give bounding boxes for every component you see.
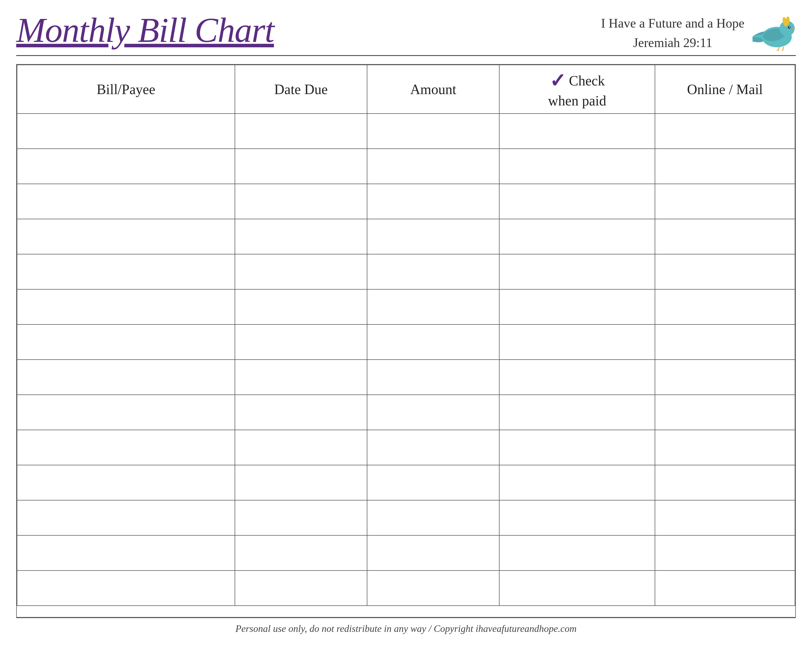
table-cell <box>235 219 367 254</box>
table-cell <box>235 113 367 149</box>
table-cell <box>235 359 367 395</box>
table-row <box>17 430 795 465</box>
table-cell <box>655 113 795 149</box>
table-cell <box>235 570 367 606</box>
table-row <box>17 359 795 395</box>
header: Monthly Bill Chart I Have a Future and a… <box>16 11 796 56</box>
table-cell <box>235 324 367 359</box>
table-cell <box>499 570 655 606</box>
table-cell <box>17 149 235 184</box>
table-cell <box>499 500 655 535</box>
when-paid-label: when paid <box>548 92 606 109</box>
table-row <box>17 465 795 500</box>
table-cell <box>655 535 795 570</box>
table-cell <box>499 219 655 254</box>
table-cell <box>17 113 235 149</box>
table-cell <box>499 149 655 184</box>
table-row <box>17 149 795 184</box>
table-cell <box>17 500 235 535</box>
table-cell <box>655 254 795 289</box>
table-cell <box>17 254 235 289</box>
table-header-row: Bill/Payee Date Due Amount ✓ Check when … <box>17 65 795 113</box>
svg-line-15 <box>783 47 784 50</box>
table-cell <box>367 149 499 184</box>
table-cell <box>367 184 499 219</box>
table-cell <box>655 570 795 606</box>
table-cell <box>235 149 367 184</box>
table-cell <box>655 324 795 359</box>
table-cell <box>499 289 655 324</box>
table-cell <box>367 500 499 535</box>
table-cell <box>235 184 367 219</box>
table-row <box>17 395 795 430</box>
table-cell <box>367 113 499 149</box>
table-cell <box>367 395 499 430</box>
table-cell <box>499 535 655 570</box>
table-cell <box>655 500 795 535</box>
table-cell <box>367 219 499 254</box>
svg-line-18 <box>783 50 784 50</box>
table-cell <box>17 465 235 500</box>
table-cell <box>235 395 367 430</box>
bird-container: I Have a Future and a Hope Jeremiah 29:1… <box>601 14 796 52</box>
page: Monthly Bill Chart I Have a Future and a… <box>0 0 812 650</box>
footer: Personal use only, do not redistribute i… <box>16 618 796 639</box>
col-header-date-due: Date Due <box>235 65 367 113</box>
table-cell <box>17 535 235 570</box>
table-cell <box>367 465 499 500</box>
table-cell <box>17 430 235 465</box>
table-row <box>17 113 795 149</box>
table-body <box>17 113 795 606</box>
table-cell <box>499 184 655 219</box>
col-header-amount: Amount <box>367 65 499 113</box>
table-cell <box>655 359 795 395</box>
col-header-online-mail: Online / Mail <box>655 65 795 113</box>
table-cell <box>367 254 499 289</box>
table-cell <box>17 324 235 359</box>
check-label: Check <box>569 72 605 89</box>
table-row <box>17 289 795 324</box>
table-cell <box>655 465 795 500</box>
table-cell <box>499 359 655 395</box>
bill-table: Bill/Payee Date Due Amount ✓ Check when … <box>17 64 795 606</box>
footer-text: Personal use only, do not redistribute i… <box>235 623 577 634</box>
scripture-text: I Have a Future and a Hope Jeremiah 29:1… <box>601 14 745 52</box>
table-cell <box>367 570 499 606</box>
table-cell <box>367 535 499 570</box>
table-row <box>17 324 795 359</box>
table-cell <box>655 184 795 219</box>
scripture-line2: Jeremiah 29:11 <box>601 33 745 52</box>
table-cell <box>655 430 795 465</box>
table-cell <box>367 430 499 465</box>
table-cell <box>235 430 367 465</box>
table-row <box>17 535 795 570</box>
table-cell <box>367 289 499 324</box>
table-cell <box>235 465 367 500</box>
col-header-check-when-paid: ✓ Check when paid <box>499 65 655 113</box>
table-row <box>17 254 795 289</box>
table-cell <box>235 289 367 324</box>
svg-point-7 <box>789 26 790 28</box>
table-cell <box>499 324 655 359</box>
table-cell <box>367 324 499 359</box>
table-cell <box>17 570 235 606</box>
table-cell <box>17 395 235 430</box>
table-cell <box>17 289 235 324</box>
table-cell <box>17 184 235 219</box>
table-row <box>17 219 795 254</box>
table-row <box>17 184 795 219</box>
table-row <box>17 570 795 606</box>
table-cell <box>655 289 795 324</box>
svg-line-14 <box>778 50 780 50</box>
table-cell <box>655 219 795 254</box>
header-right: I Have a Future and a Hope Jeremiah 29:1… <box>601 11 796 52</box>
table-row <box>17 500 795 535</box>
table-cell <box>655 395 795 430</box>
table-cell <box>235 254 367 289</box>
scripture-line1: I Have a Future and a Hope <box>601 14 745 33</box>
table-cell <box>235 535 367 570</box>
table-cell <box>499 254 655 289</box>
table-cell <box>17 219 235 254</box>
page-title: Monthly Bill Chart <box>16 11 274 49</box>
table-cell <box>367 359 499 395</box>
